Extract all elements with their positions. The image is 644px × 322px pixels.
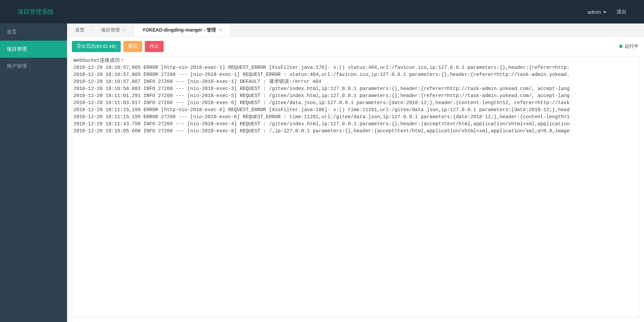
- tab-label: 首页: [75, 27, 85, 33]
- sidebar-item-label: 首页: [7, 29, 17, 35]
- tab-projects[interactable]: 项目管理 ×: [93, 24, 134, 37]
- log-line: 2018-12-28 18:10:57.807 INFO 27260 --- […: [73, 78, 639, 85]
- sidebar-item-label: 项目管理: [7, 46, 27, 52]
- topbar-right: admin 退出: [587, 9, 627, 15]
- status-badge: 运行中: [619, 43, 639, 49]
- log-line: WebSocket连接成功！: [73, 57, 639, 64]
- caret-down-icon: [603, 11, 606, 13]
- log-line: 2018-12-28 18:11:01.291 INFO 27260 --- […: [73, 92, 639, 99]
- tab-label: 项目管理: [101, 27, 120, 33]
- logout-link[interactable]: 退出: [616, 9, 627, 15]
- log-output: WebSocket连接成功！2018-12-28 18:10:57,805 ER…: [72, 56, 639, 135]
- user-dropdown[interactable]: admin: [587, 9, 606, 15]
- restart-button[interactable]: 重启: [123, 41, 142, 52]
- log-line: 2018-12-28 18:11:43.798 INFO 27260 --- […: [73, 121, 639, 128]
- log-panel[interactable]: WebSocket连接成功！2018-12-28 18:10:57,805 ER…: [72, 56, 639, 317]
- close-icon[interactable]: ×: [219, 28, 222, 33]
- tab-home[interactable]: 首页: [67, 24, 93, 37]
- sidebar-item-home[interactable]: 首页: [0, 24, 67, 41]
- toolbar: 导出日志(63.61 kB) 重启 停止 运行中: [67, 37, 644, 56]
- log-line: 2018-12-28 18:10:57,805 ERROR [http-nio-…: [73, 64, 639, 71]
- log-line: 2018-12-28 18:11:15.199 ERROR 27260 --- …: [73, 113, 639, 121]
- status-text: 运行中: [625, 43, 639, 49]
- log-line: 2018-12-28 18:16:05.608 INFO 27260 --- […: [73, 128, 639, 135]
- sidebar: 首页 项目管理 用户管理: [0, 24, 67, 322]
- brand-title: 项目管理系统: [17, 8, 54, 16]
- stop-button[interactable]: 停止: [145, 41, 164, 52]
- sidebar-item-users[interactable]: 用户管理: [0, 58, 67, 75]
- user-label: admin: [587, 9, 601, 15]
- layout: 首页 项目管理 用户管理 首页 项目管理 × YOKEAD-dingding-m…: [0, 24, 644, 322]
- log-line: 2018-12-28 18:11:15,199 ERROR [http-nio-…: [73, 106, 639, 113]
- close-icon[interactable]: ×: [123, 28, 126, 33]
- tab-label: YOKEAD-dingding-manger - 管理: [142, 27, 216, 33]
- sidebar-item-label: 用户管理: [7, 63, 27, 69]
- tabs: 首页 项目管理 × YOKEAD-dingding-manger - 管理 ×: [67, 24, 644, 37]
- export-log-button[interactable]: 导出日志(63.61 kB): [72, 41, 121, 52]
- main: 首页 项目管理 × YOKEAD-dingding-manger - 管理 × …: [67, 24, 644, 322]
- status-dot-icon: [619, 45, 623, 48]
- tab-manage[interactable]: YOKEAD-dingding-manger - 管理 ×: [134, 24, 230, 37]
- log-line: 2018-12-28 18:10:57.805 ERROR 27260 --- …: [73, 71, 639, 78]
- sidebar-item-projects[interactable]: 项目管理: [0, 41, 67, 58]
- log-line: 2018-12-28 18:11:03.917 INFO 27260 --- […: [73, 99, 639, 106]
- topbar: 项目管理系统 admin 退出: [0, 0, 644, 24]
- log-line: 2018-12-28 18:10:58.883 INFO 27260 --- […: [73, 85, 639, 92]
